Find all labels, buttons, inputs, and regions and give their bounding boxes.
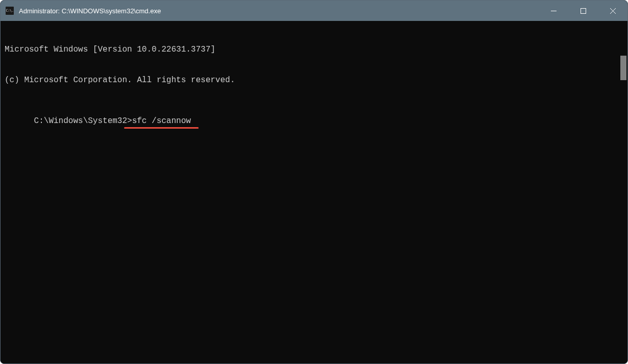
svg-rect-1 xyxy=(581,8,586,13)
close-button[interactable] xyxy=(598,1,627,21)
minimize-button[interactable] xyxy=(539,1,568,21)
command-text: sfc /scannow xyxy=(132,116,191,126)
maximize-icon xyxy=(581,8,586,14)
content-wrap: Microsoft Windows [Version 10.0.22631.37… xyxy=(1,21,627,363)
maximize-button[interactable] xyxy=(568,1,598,21)
window-title: Administrator: C:\WINDOWS\system32\cmd.e… xyxy=(19,7,539,15)
cmd-icon: C:\. xyxy=(6,7,14,15)
titlebar[interactable]: C:\. Administrator: C:\WINDOWS\system32\… xyxy=(1,1,627,21)
terminal-line: Microsoft Windows [Version 10.0.22631.37… xyxy=(5,44,623,55)
minimize-icon xyxy=(551,8,557,14)
prompt-text: C:\Windows\System32> xyxy=(34,116,132,126)
scrollbar-thumb[interactable] xyxy=(620,56,626,80)
cmd-window: C:\. Administrator: C:\WINDOWS\system32\… xyxy=(0,0,628,364)
window-controls xyxy=(539,1,627,21)
close-icon xyxy=(610,8,616,14)
underline-annotation xyxy=(124,127,199,129)
scrollbar-track[interactable] xyxy=(619,41,627,363)
terminal-line: (c) Microsoft Corporation. All rights re… xyxy=(5,75,623,85)
terminal-output[interactable]: Microsoft Windows [Version 10.0.22631.37… xyxy=(1,21,627,363)
prompt-line: C:\Windows\System32>sfc /scannow xyxy=(34,116,191,126)
